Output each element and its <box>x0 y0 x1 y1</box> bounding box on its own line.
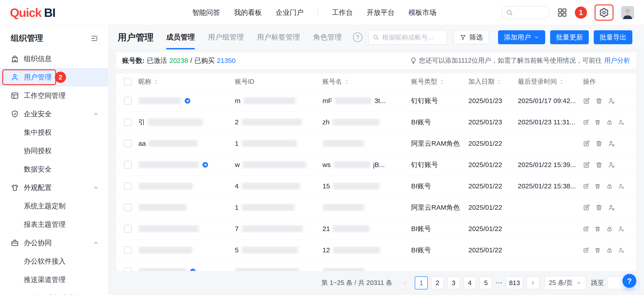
add-user-button[interactable]: 添加用户 <box>498 30 545 44</box>
sidebar-item[interactable]: 集中授权 <box>0 123 108 142</box>
sort-icon[interactable] <box>440 79 444 85</box>
sidebar-item[interactable]: 报表主题管理 <box>0 215 108 234</box>
column-header[interactable]: 账号类型 <box>411 77 468 86</box>
nav-item[interactable]: 工作台 <box>332 8 353 17</box>
tab[interactable]: 用户标签管理 <box>257 25 300 50</box>
row-checkbox[interactable] <box>124 268 132 271</box>
nav-item[interactable]: 开放平台 <box>367 8 394 17</box>
quick-bi-logo[interactable]: QuickBI <box>10 6 55 20</box>
sidebar-item[interactable]: 组织信息 <box>0 50 108 68</box>
delete-icon[interactable] <box>596 98 602 104</box>
lock-icon[interactable] <box>606 247 612 254</box>
chevron-up-icon[interactable] <box>93 184 99 191</box>
floating-help-button[interactable]: ? <box>622 274 636 288</box>
batch-export-button[interactable]: 批量导出 <box>594 30 632 44</box>
tab[interactable]: 角色管理 <box>313 25 342 50</box>
sort-icon[interactable] <box>559 79 564 85</box>
user-avatar[interactable] <box>621 6 634 19</box>
row-checkbox[interactable] <box>124 246 132 254</box>
column-header[interactable]: 昵称 <box>138 77 235 86</box>
row-checkbox[interactable] <box>124 204 132 211</box>
row-checkbox[interactable] <box>124 97 132 104</box>
row-checkbox[interactable] <box>124 118 132 126</box>
lock-icon[interactable] <box>606 226 612 232</box>
pagination-page[interactable]: 4 <box>463 276 476 290</box>
chevron-up-icon[interactable] <box>93 111 99 117</box>
delete-icon[interactable] <box>596 140 602 147</box>
select-all-checkbox[interactable] <box>124 78 132 86</box>
help-icon[interactable]: ? <box>353 32 362 42</box>
lock-icon[interactable] <box>606 183 612 190</box>
remove-user-icon[interactable] <box>608 98 615 104</box>
nav-item[interactable]: 我的看板 <box>234 8 262 17</box>
edit-icon[interactable] <box>583 204 590 211</box>
pagination-page[interactable]: 3 <box>447 276 460 290</box>
table-search-input[interactable] <box>382 34 443 41</box>
sidebar-item[interactable]: 企业安全 <box>0 105 108 123</box>
remove-user-icon[interactable] <box>618 183 624 190</box>
edit-icon[interactable] <box>583 119 589 126</box>
column-header[interactable]: 账号名 <box>322 77 411 86</box>
sidebar-item[interactable]: 推送渠道管理 <box>0 270 108 289</box>
sort-icon[interactable] <box>344 79 349 85</box>
row-checkbox[interactable] <box>124 140 132 147</box>
logo-quick: Quick <box>10 6 41 19</box>
remove-user-icon[interactable] <box>608 140 615 147</box>
page-size-select[interactable]: 25 条/页 <box>544 276 586 290</box>
sidebar-item[interactable]: 协同授权 <box>0 142 108 160</box>
pagination-page[interactable]: 5 <box>480 276 492 290</box>
pagination-page[interactable]: 2 <box>431 276 444 290</box>
remove-user-icon[interactable] <box>618 119 624 126</box>
last-page-button[interactable]: 813 <box>506 276 523 290</box>
edit-icon[interactable] <box>583 162 590 168</box>
remove-user-icon[interactable] <box>618 226 624 232</box>
filter-button[interactable]: 筛选 <box>454 30 489 44</box>
tab[interactable]: 成员管理 <box>166 25 195 50</box>
remove-user-icon[interactable] <box>618 247 624 254</box>
collapse-sidebar-icon[interactable] <box>90 34 98 42</box>
column-header[interactable]: 加入日期 <box>468 77 518 86</box>
gear-icon[interactable] <box>599 8 609 18</box>
sort-icon[interactable] <box>154 79 158 85</box>
batch-update-button[interactable]: 批量更新 <box>550 30 589 44</box>
lock-icon[interactable] <box>606 119 612 126</box>
column-header[interactable]: 最后登录时间 <box>518 77 583 86</box>
edit-icon[interactable] <box>583 98 590 104</box>
sort-icon[interactable] <box>497 79 502 85</box>
remove-user-icon[interactable] <box>608 162 615 168</box>
sidebar-item[interactable]: 办公协同 <box>0 234 108 252</box>
delete-icon[interactable] <box>594 183 601 190</box>
row-checkbox[interactable] <box>124 182 132 190</box>
nav-item[interactable]: 模板市场 <box>408 8 436 17</box>
sidebar-item[interactable]: 用户管理2 <box>0 68 108 86</box>
delete-icon[interactable] <box>594 119 601 126</box>
sidebar-item[interactable]: 系统主题定制 <box>0 197 108 215</box>
delete-icon[interactable] <box>594 226 601 232</box>
delete-icon[interactable] <box>596 204 602 211</box>
sidebar-item[interactable]: 外观配置 <box>0 178 108 197</box>
edit-icon[interactable] <box>583 140 590 147</box>
delete-icon[interactable] <box>594 247 601 254</box>
table-search[interactable] <box>368 30 447 45</box>
next-page-button[interactable] <box>526 276 539 290</box>
prev-page-button[interactable] <box>398 276 412 290</box>
row-checkbox[interactable] <box>124 161 132 168</box>
sidebar-item[interactable]: 数据安全 <box>0 160 108 178</box>
pagination-page[interactable]: 1 <box>415 276 428 290</box>
edit-icon[interactable] <box>583 247 589 254</box>
global-search[interactable] <box>501 6 550 19</box>
edit-icon[interactable] <box>583 183 589 190</box>
nav-item[interactable]: 智能问答 <box>192 8 220 17</box>
apps-grid-icon[interactable] <box>557 8 567 18</box>
user-analysis-link[interactable]: 用户分析 <box>604 56 630 65</box>
remove-user-icon[interactable] <box>608 204 615 211</box>
nav-item[interactable]: 企业门户 <box>276 8 304 17</box>
sidebar-item[interactable]: 办公软件接入 <box>0 252 108 270</box>
delete-icon[interactable] <box>596 162 602 168</box>
tab[interactable]: 用户组管理 <box>208 25 244 50</box>
edit-icon[interactable] <box>583 226 589 232</box>
chevron-up-icon[interactable] <box>93 240 99 246</box>
row-checkbox[interactable] <box>124 225 132 232</box>
sidebar-item[interactable]: 工作空间管理 <box>0 86 108 105</box>
sidebar-item[interactable]: PC端企业门户定制 <box>0 289 108 295</box>
